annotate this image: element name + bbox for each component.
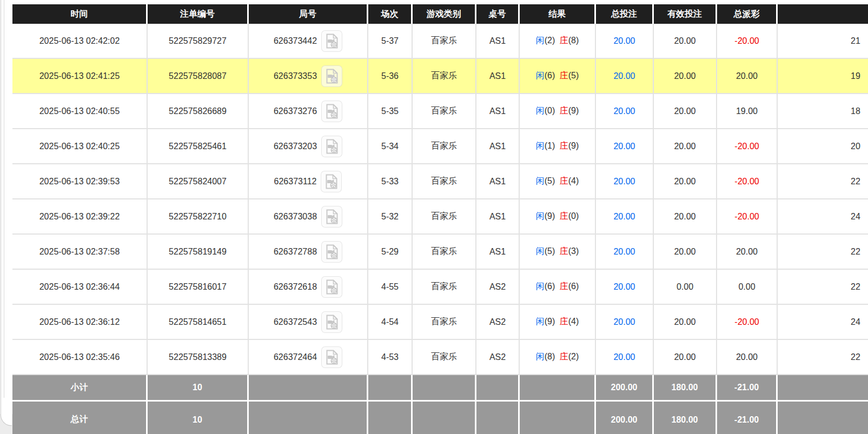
cell-bet-id: 522575825461	[148, 129, 249, 164]
total-bet-link[interactable]: 20.00	[613, 317, 635, 326]
table-row[interactable]: 2025-06-13 02:40:55 522575826689 6263732…	[12, 94, 868, 129]
total-bet-link[interactable]: 20.00	[613, 106, 635, 116]
video-replay-button[interactable]	[321, 101, 342, 122]
grand-total-empty-cell	[368, 400, 413, 434]
cell-bet-id: 522575826689	[148, 94, 249, 129]
total-bet-link[interactable]: 20.00	[613, 177, 635, 186]
video-replay-button[interactable]	[321, 30, 342, 52]
video-replay-button[interactable]	[321, 206, 342, 228]
round-id-text: 626373442	[274, 36, 317, 46]
cell-total-payout: -20.00	[717, 129, 778, 164]
cell-session: 5-29	[368, 235, 413, 270]
video-replay-button[interactable]	[321, 346, 342, 368]
total-bet-link[interactable]: 20.00	[613, 247, 635, 256]
table-row[interactable]: 2025-06-13 02:35:46 522575813389 6263724…	[12, 340, 868, 375]
banker-result: 庄(4)	[560, 317, 579, 326]
cell-balance: 22	[778, 270, 868, 305]
table-row[interactable]: 2025-06-13 02:36:44 522575816017 6263726…	[12, 270, 868, 305]
cell-total-bet: 20.00	[596, 164, 654, 199]
cell-round-id: 626373276	[249, 94, 368, 129]
video-replay-button[interactable]	[321, 136, 342, 157]
subtotal-empty-cell	[476, 375, 520, 400]
cell-table-no: AS1	[476, 94, 520, 129]
video-replay-button[interactable]	[321, 311, 342, 333]
subtotal-valid-bet: 180.00	[654, 375, 717, 400]
cell-bet-id: 522575816017	[148, 270, 249, 305]
player-label: 闲	[536, 282, 545, 291]
table-row[interactable]: 2025-06-13 02:40:25 522575825461 6263732…	[12, 129, 868, 164]
table-row[interactable]: 2025-06-13 02:36:12 522575814651 6263725…	[12, 305, 868, 340]
table-row[interactable]: 2025-06-13 02:37:58 522575819149 6263727…	[12, 235, 868, 270]
video-file-icon	[325, 174, 338, 189]
cell-balance: 22	[778, 235, 868, 270]
cell-result: 闲(8) 庄(2)	[520, 340, 596, 375]
banker-result: 庄(0)	[560, 211, 579, 221]
player-score: (0)	[545, 106, 555, 115]
cell-session: 4-55	[368, 270, 413, 305]
cell-bet-id: 522575814651	[148, 305, 249, 340]
subtotal-label: 小计	[12, 375, 148, 400]
total-bet-link[interactable]: 20.00	[613, 282, 635, 291]
banker-label: 庄	[560, 246, 568, 256]
banker-label: 庄	[560, 317, 568, 326]
cell-valid-bet: 20.00	[654, 129, 717, 164]
player-result: 闲(8)	[536, 352, 555, 361]
cell-balance: 24	[778, 305, 868, 340]
total-bet-link[interactable]: 20.00	[613, 212, 635, 221]
table-row[interactable]: 2025-06-13 02:42:02 522575829727 6263734…	[12, 24, 868, 59]
total-bet-link[interactable]: 20.00	[613, 352, 635, 362]
player-score: (6)	[545, 71, 555, 80]
banker-score: (9)	[568, 141, 579, 150]
grand-total-empty-cell	[476, 400, 520, 434]
cell-balance: 21	[778, 24, 868, 59]
banker-score: (6)	[568, 282, 579, 291]
page-left-border	[1, 0, 1, 411]
player-score: (9)	[545, 317, 555, 326]
column-header-balance	[778, 4, 868, 24]
bet-records-table: 时间注单编号局号场次游戏类别桌号结果总投注有效投注总派彩 2025-06-13 …	[12, 4, 868, 434]
round-id-text: 626373038	[274, 212, 317, 222]
player-result: 闲(0)	[536, 106, 555, 115]
banker-label: 庄	[560, 36, 568, 45]
player-label: 闲	[536, 176, 545, 185]
banker-label: 庄	[560, 211, 568, 221]
table-row[interactable]: 2025-06-13 02:39:22 522575822710 6263730…	[12, 199, 868, 235]
cell-time: 2025-06-13 02:35:46	[12, 340, 148, 375]
cell-round-id: 626373203	[249, 129, 368, 164]
subtotal-total-payout: -21.00	[717, 375, 778, 400]
cell-game-type: 百家乐	[413, 340, 476, 375]
cell-time: 2025-06-13 02:39:22	[12, 199, 148, 235]
banker-label: 庄	[560, 352, 568, 361]
cell-session: 5-35	[368, 94, 413, 129]
cell-session: 5-32	[368, 199, 413, 235]
video-replay-button[interactable]	[321, 276, 342, 298]
grand-total-empty-cell	[249, 400, 368, 434]
grand-total-empty-cell	[413, 400, 476, 434]
video-replay-button[interactable]	[321, 65, 342, 87]
round-id-text: 626373276	[274, 106, 317, 116]
player-score: (2)	[545, 36, 555, 45]
banker-label: 庄	[560, 282, 568, 291]
video-replay-button[interactable]	[321, 171, 342, 192]
cell-round-id: 626372618	[249, 270, 368, 305]
total-bet-link[interactable]: 20.00	[613, 71, 635, 81]
grand-total-count: 10	[148, 400, 249, 434]
table-row[interactable]: 2025-06-13 02:41:25 522575828087 6263733…	[12, 59, 868, 94]
banker-result: 庄(9)	[560, 106, 579, 115]
grand-total-empty-cell	[778, 400, 868, 434]
total-bet-link[interactable]: 20.00	[613, 142, 635, 151]
total-bet-link[interactable]: 20.00	[613, 36, 635, 45]
banker-result: 庄(6)	[560, 282, 579, 291]
player-score: (6)	[545, 282, 555, 291]
table-row[interactable]: 2025-06-13 02:39:53 522575824007 6263731…	[12, 164, 868, 199]
column-header-valid-bet: 有效投注	[654, 4, 717, 24]
player-result: 闲(5)	[536, 246, 555, 256]
cell-table-no: AS2	[476, 305, 520, 340]
cell-table-no: AS1	[476, 129, 520, 164]
video-file-icon	[326, 315, 339, 330]
cell-game-type: 百家乐	[413, 94, 476, 129]
cell-session: 5-37	[368, 24, 413, 59]
video-replay-button[interactable]	[321, 241, 342, 263]
column-header-table-no: 桌号	[476, 4, 520, 24]
cell-total-payout: -20.00	[717, 199, 778, 235]
